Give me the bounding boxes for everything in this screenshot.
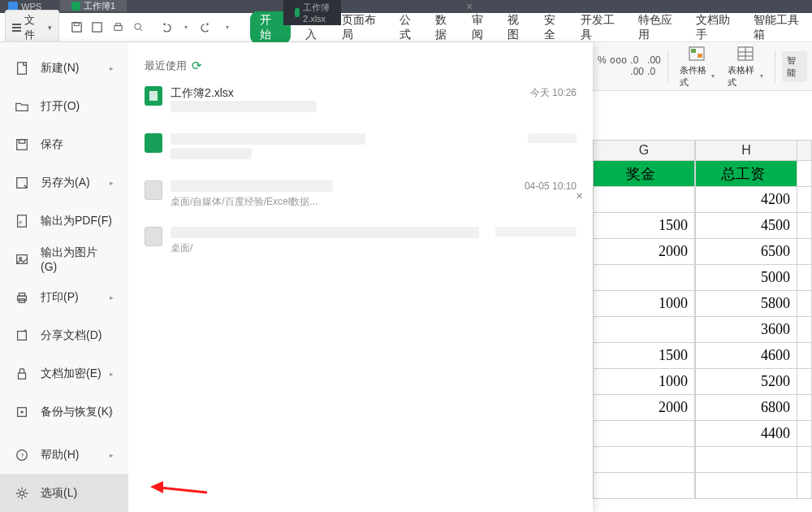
col-header-g[interactable]: G <box>593 140 695 161</box>
preview-icon[interactable] <box>90 20 104 35</box>
menu-save[interactable]: 保存 <box>0 125 128 163</box>
cell[interactable] <box>797 421 812 447</box>
recent-item[interactable]: 桌面/ <box>145 227 577 255</box>
percent-icon[interactable]: % <box>598 54 607 77</box>
cell[interactable] <box>797 317 812 343</box>
menu-export-image[interactable]: 输出为图片(G) <box>0 240 128 278</box>
cell[interactable]: 6800 <box>695 395 797 421</box>
table-row: 4400 <box>593 421 812 447</box>
cell[interactable]: 1000 <box>593 291 695 317</box>
menu-export-pdf[interactable]: P 输出为PDF(F) <box>0 202 128 240</box>
cell[interactable] <box>797 291 812 317</box>
cell[interactable]: 2000 <box>593 239 695 265</box>
cell[interactable] <box>593 447 695 473</box>
dec-dec-icon[interactable]: .00.0 <box>647 54 661 77</box>
spreadsheet-icon <box>145 133 162 153</box>
col-header-next[interactable] <box>797 140 812 161</box>
tab-review[interactable]: 审阅 <box>472 13 494 42</box>
col-header-h[interactable]: H <box>695 140 797 161</box>
menu-open[interactable]: 打开(O) <box>0 87 128 125</box>
close-icon[interactable]: × <box>576 189 583 202</box>
cell[interactable] <box>797 343 812 369</box>
cell[interactable] <box>797 187 812 213</box>
tab-smarttools[interactable]: 智能工具箱 <box>754 13 807 42</box>
recent-item[interactable] <box>145 133 577 163</box>
table-row: 15004500 <box>593 213 812 239</box>
menu-options[interactable]: 选项(L) <box>0 474 128 512</box>
menu-print[interactable]: 打印(P)▸ <box>0 278 128 316</box>
chevron-down-icon[interactable]: ▾ <box>179 20 193 35</box>
tab-pagelayout[interactable]: 页面布局 <box>342 13 385 42</box>
cell[interactable] <box>695 473 797 499</box>
cell[interactable] <box>797 395 812 421</box>
header-cell-total[interactable]: 总工资 <box>695 161 797 187</box>
cell[interactable] <box>797 213 812 239</box>
file-menu-button[interactable]: 文件 ▾ <box>5 10 59 46</box>
cell[interactable]: 1500 <box>593 213 695 239</box>
cell[interactable] <box>593 187 695 213</box>
menu-save-as[interactable]: 另存为(A)▸ <box>0 163 128 202</box>
cell[interactable] <box>797 369 812 395</box>
inc-dec-icon[interactable]: .0.00 <box>630 54 644 77</box>
cell[interactable] <box>593 421 695 447</box>
recent-item[interactable]: 工作簿2.xlsx 今天 10:26 <box>145 86 577 115</box>
chevron-right-icon: ▸ <box>110 293 114 302</box>
tab-special[interactable]: 特色应用 <box>638 13 681 42</box>
cell[interactable] <box>797 265 812 291</box>
recent-path: 桌面/自媒体/百度经验/Excel数据... <box>171 195 508 209</box>
tab-formula[interactable]: 公式 <box>400 13 421 42</box>
cell[interactable] <box>593 317 695 343</box>
conditional-format-button[interactable]: 条件格式▾ <box>675 45 720 89</box>
smart-button[interactable]: 智能 <box>782 51 807 82</box>
cell[interactable]: 2000 <box>593 395 695 421</box>
cell[interactable]: 4400 <box>695 421 797 447</box>
svg-rect-2 <box>93 23 102 32</box>
table-row: 5000 <box>593 265 812 291</box>
tab-devtools[interactable]: 开发工具 <box>581 13 624 42</box>
recent-item[interactable]: 桌面/自媒体/百度经验/Excel数据... 04-05 10:10 <box>145 180 577 209</box>
refresh-icon[interactable]: ⟳ <box>192 59 202 73</box>
cell[interactable]: 4600 <box>695 343 797 369</box>
menu-backup[interactable]: 备份与恢复(K)▸ <box>0 393 128 431</box>
spreadsheet-grid[interactable]: G H 奖金 总工资 42001500450020006500500010005… <box>593 91 812 499</box>
cell[interactable]: 1000 <box>593 369 695 395</box>
tab-close-icon[interactable]: × <box>466 0 536 13</box>
cell[interactable]: 5200 <box>695 369 797 395</box>
tab-safety[interactable]: 安全 <box>544 13 566 42</box>
recent-heading: 最近使用 ⟳ <box>145 59 577 73</box>
cell[interactable] <box>593 265 695 291</box>
cell[interactable]: 1500 <box>593 343 695 369</box>
menu-share[interactable]: 分享文档(D) <box>0 316 128 354</box>
cell[interactable]: 5800 <box>695 291 797 317</box>
cell[interactable] <box>695 447 797 473</box>
tab-view[interactable]: 视图 <box>508 13 529 42</box>
menu-new[interactable]: 新建(N)▸ <box>0 49 128 87</box>
document-tab-2[interactable]: 工作簿2.xlsx <box>283 0 341 25</box>
table-row: 20006800 <box>593 395 812 421</box>
cell[interactable]: 4500 <box>695 213 797 239</box>
save-quick-icon[interactable] <box>70 20 84 35</box>
cell[interactable]: 3600 <box>695 317 797 343</box>
print-quick-icon[interactable] <box>111 20 125 35</box>
cell[interactable]: 6500 <box>695 239 797 265</box>
print-preview-icon[interactable] <box>132 20 145 35</box>
chevron-down-icon[interactable]: ▾ <box>220 20 234 35</box>
document-tab-1[interactable]: 工作簿1 <box>60 0 127 11</box>
svg-rect-4 <box>116 24 121 26</box>
table-row <box>593 473 812 499</box>
cell[interactable] <box>797 447 812 473</box>
cell[interactable] <box>593 473 695 499</box>
comma-icon[interactable]: ooo <box>610 54 628 77</box>
redo-icon[interactable] <box>200 20 214 35</box>
table-style-button[interactable]: 表格样式▾ <box>723 45 768 89</box>
tab-dochelper[interactable]: 文档助手 <box>696 13 739 42</box>
menu-help[interactable]: ? 帮助(H)▸ <box>0 436 128 474</box>
menu-encrypt[interactable]: 文档加密(E)▸ <box>0 354 128 393</box>
cell[interactable]: 4200 <box>695 187 797 213</box>
cell[interactable] <box>797 239 812 265</box>
tab-data[interactable]: 数据 <box>435 13 457 42</box>
header-cell-bonus[interactable]: 奖金 <box>593 161 695 187</box>
cell[interactable]: 5000 <box>695 265 797 291</box>
undo-icon[interactable] <box>158 20 172 35</box>
cell[interactable] <box>797 473 812 499</box>
